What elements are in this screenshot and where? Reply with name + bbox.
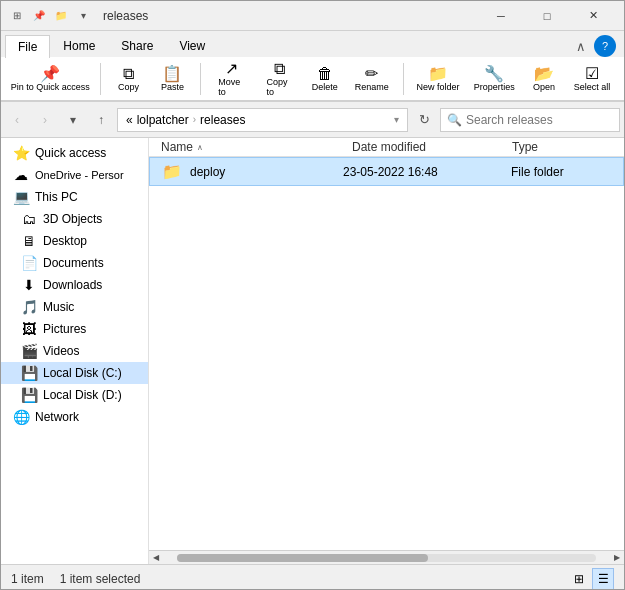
rename-button[interactable]: ✏ Rename — [349, 61, 395, 97]
tab-file[interactable]: File — [5, 35, 50, 58]
file-content-area: Name ∧ Date modified Type 📁 deploy 23-05… — [149, 138, 624, 564]
select-all-icon: ☑ — [585, 66, 599, 82]
view-controls: ⊞ ☰ — [568, 568, 614, 590]
sidebar-item-documents[interactable]: 📄 Documents — [1, 252, 148, 274]
sidebar-item-network[interactable]: 🌐 Network — [1, 406, 148, 428]
forward-button[interactable]: › — [33, 108, 57, 132]
sidebar-videos-label: Videos — [43, 344, 79, 358]
sidebar-item-local-disk-c[interactable]: 💾 Local Disk (C:) — [1, 362, 148, 384]
sidebar-item-desktop[interactable]: 🖥 Desktop — [1, 230, 148, 252]
col-header-date[interactable]: Date modified — [352, 140, 512, 154]
move-to-button[interactable]: ↗ Move to — [209, 61, 253, 97]
scroll-right-button[interactable]: ▶ — [610, 551, 624, 565]
table-row[interactable]: 📁 deploy 23-05-2022 16:48 File folder — [149, 157, 624, 186]
new-folder-icon: 📁 — [428, 66, 448, 82]
open-button[interactable]: 📂 Open — [524, 61, 564, 97]
copy-to-button[interactable]: ⧉ Copy to — [257, 61, 300, 97]
ribbon-separator-3 — [403, 63, 404, 95]
sidebar-item-music[interactable]: 🎵 Music — [1, 296, 148, 318]
sidebar-local-disk-d-label: Local Disk (D:) — [43, 388, 122, 402]
file-type: File folder — [511, 165, 611, 179]
item-count: 1 item — [11, 572, 44, 586]
sidebar-local-disk-c-label: Local Disk (C:) — [43, 366, 122, 380]
network-icon: 🌐 — [13, 409, 29, 425]
search-input[interactable] — [466, 113, 613, 127]
properties-icon: 🔧 — [484, 66, 504, 82]
details-view-button[interactable]: ☰ — [592, 568, 614, 590]
sidebar-quick-access-label: Quick access — [35, 146, 106, 160]
address-path[interactable]: « lolpatcher › releases ▾ — [117, 108, 408, 132]
close-button[interactable]: ✕ — [570, 1, 616, 31]
breadcrumb-releases[interactable]: releases — [200, 113, 245, 127]
sidebar-item-this-pc[interactable]: 💻 This PC — [1, 186, 148, 208]
sidebar-item-quick-access[interactable]: ⭐ Quick access — [1, 142, 148, 164]
ribbon-home-content: 📌 Pin to Quick access ⧉ Copy 📋 Paste ↗ M… — [1, 57, 624, 101]
sidebar-pictures-label: Pictures — [43, 322, 86, 336]
address-bar: ‹ › ▾ ↑ « lolpatcher › releases ▾ ↻ 🔍 — [1, 102, 624, 138]
scroll-left-button[interactable]: ◀ — [149, 551, 163, 565]
delete-button[interactable]: 🗑 Delete — [305, 61, 345, 97]
sidebar-item-videos[interactable]: 🎬 Videos — [1, 340, 148, 362]
window-controls: ─ □ ✕ — [478, 1, 616, 31]
scroll-track — [177, 554, 596, 562]
this-pc-icon: 💻 — [13, 189, 29, 205]
3d-objects-icon: 🗂 — [21, 211, 37, 227]
tab-share[interactable]: Share — [108, 34, 166, 57]
open-icon: 📂 — [534, 66, 554, 82]
ribbon-separator-2 — [200, 63, 201, 95]
sidebar-downloads-label: Downloads — [43, 278, 102, 292]
col-header-type[interactable]: Type — [512, 140, 612, 154]
title-bar-window-icons: ⊞ 📌 📁 ▾ — [9, 8, 91, 24]
sidebar-desktop-label: Desktop — [43, 234, 87, 248]
refresh-button[interactable]: ↻ — [412, 108, 436, 132]
sort-arrow: ∧ — [197, 143, 203, 152]
desktop-icon: 🖥 — [21, 233, 37, 249]
select-all-button[interactable]: ☑ Select all — [568, 61, 616, 97]
up-button[interactable]: ↑ — [89, 108, 113, 132]
back-button[interactable]: ‹ — [5, 108, 29, 132]
main-area: ⭐ Quick access ☁ OneDrive - Persor 💻 Thi… — [1, 138, 624, 564]
file-list: 📁 deploy 23-05-2022 16:48 File folder — [149, 157, 624, 550]
sidebar-item-downloads[interactable]: ⬇ Downloads — [1, 274, 148, 296]
local-disk-c-icon: 💾 — [21, 365, 37, 381]
move-icon: ↗ — [225, 61, 238, 77]
paste-button[interactable]: 📋 Paste — [152, 61, 192, 97]
search-icon: 🔍 — [447, 113, 462, 127]
new-folder-button[interactable]: 📁 New folder — [411, 61, 464, 97]
sidebar: ⭐ Quick access ☁ OneDrive - Persor 💻 Thi… — [1, 138, 149, 564]
file-date-modified: 23-05-2022 16:48 — [343, 165, 503, 179]
breadcrumb-lolpatcher[interactable]: lolpatcher — [137, 113, 189, 127]
ribbon-collapse-button[interactable]: ∧ — [572, 37, 590, 56]
sidebar-item-local-disk-d[interactable]: 💾 Local Disk (D:) — [1, 384, 148, 406]
ribbon-tabs: File Home Share View ∧ ? — [1, 31, 624, 57]
dropdown-recent-button[interactable]: ▾ — [61, 108, 85, 132]
pin-icon: 📌 — [40, 66, 60, 82]
column-headers: Name ∧ Date modified Type — [149, 138, 624, 157]
breadcrumb-dropdown-arrow[interactable]: ▾ — [394, 114, 399, 125]
documents-icon: 📄 — [21, 255, 37, 271]
help-button[interactable]: ? — [594, 35, 616, 57]
file-name: deploy — [190, 165, 335, 179]
properties-button[interactable]: 🔧 Properties — [469, 61, 521, 97]
horizontal-scrollbar[interactable]: ◀ ▶ — [149, 550, 624, 564]
sidebar-item-onedrive[interactable]: ☁ OneDrive - Persor — [1, 164, 148, 186]
sidebar-3d-label: 3D Objects — [43, 212, 102, 226]
maximize-button[interactable]: □ — [524, 1, 570, 31]
search-box: 🔍 — [440, 108, 620, 132]
sidebar-music-label: Music — [43, 300, 74, 314]
sidebar-item-pictures[interactable]: 🖼 Pictures — [1, 318, 148, 340]
title-bar: ⊞ 📌 📁 ▾ releases ─ □ ✕ — [1, 1, 624, 31]
window-icon: ⊞ — [9, 8, 25, 24]
ribbon: File Home Share View ∧ ? 📌 Pin to Quick … — [1, 31, 624, 102]
sidebar-item-3d-objects[interactable]: 🗂 3D Objects — [1, 208, 148, 230]
tab-view[interactable]: View — [166, 34, 218, 57]
sidebar-this-pc-label: This PC — [35, 190, 78, 204]
paste-icon: 📋 — [162, 66, 182, 82]
tab-home[interactable]: Home — [50, 34, 108, 57]
ribbon-separator-1 — [100, 63, 101, 95]
tiles-view-button[interactable]: ⊞ — [568, 568, 590, 590]
col-header-name[interactable]: Name ∧ — [161, 140, 352, 154]
copy-button[interactable]: ⧉ Copy — [108, 61, 148, 97]
pin-quick-access-button[interactable]: 📌 Pin to Quick access — [9, 61, 92, 97]
minimize-button[interactable]: ─ — [478, 1, 524, 31]
